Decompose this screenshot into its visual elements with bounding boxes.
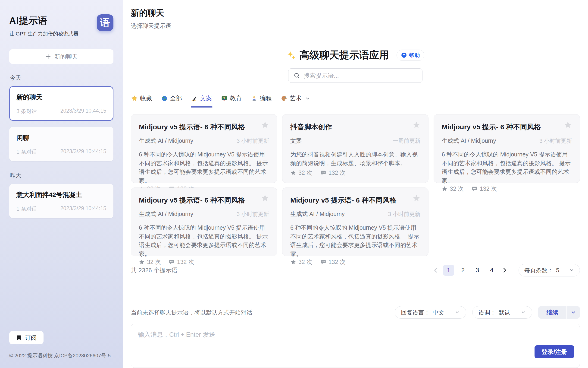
card-top-row: Midjoury v5 提示语- 6 种不同风格 bbox=[139, 121, 269, 132]
globe-icon bbox=[161, 95, 167, 101]
tab-label: 艺术 bbox=[290, 94, 302, 102]
chat-item-meta: 1 条对话2023/3/29 10:44:15 bbox=[17, 148, 106, 156]
chat-item-count: 3 条对话 bbox=[17, 108, 37, 115]
favorite-star-button[interactable] bbox=[412, 194, 420, 202]
card-title: Midjoury v5 提示- 6 种不同风格 bbox=[442, 122, 541, 132]
bookmark-star-icon bbox=[412, 194, 420, 202]
tab-编程[interactable]: 编程 bbox=[251, 94, 272, 107]
tab-收藏[interactable]: 收藏 bbox=[131, 94, 153, 107]
card-updated-time: 3 小时前更新 bbox=[237, 211, 269, 218]
comment-count-label: 132 次 bbox=[328, 169, 346, 177]
tab-label: 全部 bbox=[170, 94, 182, 102]
plus-icon bbox=[45, 54, 51, 60]
favorite-star-button[interactable] bbox=[564, 121, 572, 129]
list-footer: 共 2326 个提示语 1234 每页条数： 5 bbox=[131, 264, 580, 276]
card-category: 生成式 AI / Midjourny bbox=[139, 137, 193, 145]
prompt-card[interactable]: Midjoury v5 提示语- 6 种不同风格生成式 AI / Midjour… bbox=[131, 187, 277, 256]
bookmark-star-icon bbox=[261, 121, 269, 129]
stat-star-icon bbox=[290, 170, 296, 176]
favorite-star-button[interactable] bbox=[261, 121, 269, 129]
chat-history-item[interactable]: 新的聊天3 条对话2023/3/29 10:44:15 bbox=[9, 86, 114, 121]
hero-title: 高级聊天提示语应用 bbox=[299, 48, 389, 62]
chevron-right-icon bbox=[501, 267, 508, 274]
page-button-3[interactable]: 3 bbox=[472, 265, 483, 276]
coder-icon bbox=[251, 95, 257, 101]
tab-教育[interactable]: 教育 bbox=[221, 94, 242, 107]
prompt-card[interactable]: Midjoury v5 提示语- 6 种不同风格生成式 AI / Midjour… bbox=[131, 114, 277, 183]
sparkles-icon bbox=[287, 51, 296, 60]
teacher-icon bbox=[221, 95, 227, 101]
card-updated-time: 3 小时前更新 bbox=[237, 137, 269, 145]
chat-history: 今天新的聊天3 条对话2023/3/29 10:44:15闲聊1 条对话2023… bbox=[9, 64, 114, 224]
tab-label: 编程 bbox=[260, 94, 272, 102]
card-top-row: Midjoury v5 提示- 6 种不同风格 bbox=[442, 121, 572, 132]
page-button-2[interactable]: 2 bbox=[457, 265, 469, 276]
prompt-card-grid: Midjoury v5 提示语- 6 种不同风格生成式 AI / Midjour… bbox=[131, 114, 580, 256]
card-updated-time: 3 小时前更新 bbox=[539, 137, 572, 145]
bookmark-plus-icon bbox=[16, 335, 22, 340]
tab-文案[interactable]: 文案 bbox=[191, 94, 212, 107]
card-title: Midjoury v5 提示语- 6 种不同风格 bbox=[139, 196, 245, 205]
page-button-4[interactable]: 4 bbox=[486, 265, 497, 276]
search-input[interactable] bbox=[303, 72, 417, 80]
chevron-down-icon bbox=[521, 310, 526, 315]
tab-label: 教育 bbox=[230, 94, 242, 102]
continue-options-button[interactable] bbox=[566, 306, 580, 319]
reply-language-select[interactable]: 回复语言： 中文 bbox=[395, 306, 466, 319]
prompt-card[interactable]: Midjoury v5 提示语- 6 种不同风格生成式 AI / Midjour… bbox=[282, 187, 429, 256]
help-button[interactable]: ? 帮助 bbox=[396, 50, 424, 61]
page-size-select[interactable]: 每页条数： 5 bbox=[518, 264, 580, 276]
logo-glyph: 语 bbox=[100, 16, 110, 29]
favorite-star-button[interactable] bbox=[261, 194, 269, 202]
copyright: © 2022 提示语科技 京ICP备2023026607号-5 bbox=[9, 352, 114, 359]
card-top-row: Midjoury v5 提示语- 6 种不同风格 bbox=[139, 194, 269, 205]
new-chat-button[interactable]: 新的聊天 bbox=[9, 49, 114, 64]
card-meta-row: 文案一周前更新 bbox=[290, 137, 420, 145]
card-title: Midjoury v5 提示语- 6 种不同风格 bbox=[290, 196, 396, 205]
composer-bar: 当前未选择聊天提示语，将以默认方式开始对话 回复语言： 中文 语调： 默认 继续 bbox=[131, 306, 580, 319]
card-description: 为您的抖音视频创建引人入胜的脚本创意。输入视频的简短说明，生成标题、场景和整个脚… bbox=[290, 150, 420, 167]
login-button[interactable]: 登录/注册 bbox=[535, 345, 574, 358]
continue-button-group: 继续 bbox=[538, 306, 580, 319]
new-chat-label: 新的聊天 bbox=[54, 53, 78, 61]
chat-history-item[interactable]: 闲聊1 条对话2023/3/29 10:44:15 bbox=[9, 127, 114, 161]
card-meta-row: 生成式 AI / Midjourny3 小时前更新 bbox=[442, 137, 572, 145]
page-button-1[interactable]: 1 bbox=[443, 265, 454, 276]
card-updated-time: 3 小时前更新 bbox=[388, 211, 420, 218]
chevron-left-icon bbox=[432, 267, 439, 274]
card-description: 6 种不同的令人惊叹的 Midjourney V5 提示语使用不同的艺术家和风格… bbox=[139, 223, 269, 258]
subscribe-label: 订阅 bbox=[25, 334, 36, 341]
app-subtitle: 让 GPT 生产力加倍的秘密武器 bbox=[9, 30, 79, 37]
subscribe-button[interactable]: 订阅 bbox=[9, 331, 44, 344]
question-circle-icon: ? bbox=[401, 52, 407, 58]
chat-history-item[interactable]: 意大利面拌42号混凝土1 条对话2023/3/29 10:44:15 bbox=[9, 184, 114, 218]
comment-icon bbox=[320, 170, 326, 176]
prompt-card[interactable]: 抖音脚本创作文案一周前更新为您的抖音视频创建引人入胜的脚本创意。输入视频的简短说… bbox=[282, 114, 429, 183]
reply-language-label: 回复语言： bbox=[401, 309, 430, 316]
page-size-value: 5 bbox=[556, 267, 559, 274]
chevron-down-icon bbox=[571, 310, 576, 315]
chat-item-count: 1 条对话 bbox=[17, 148, 37, 156]
prev-page-button[interactable] bbox=[431, 267, 440, 274]
message-input[interactable] bbox=[131, 324, 580, 368]
favorite-star-button[interactable] bbox=[412, 121, 420, 129]
tone-select[interactable]: 语调： 默认 bbox=[472, 306, 532, 319]
page-buttons: 1234 bbox=[443, 265, 497, 276]
svg-text:?: ? bbox=[403, 53, 405, 57]
history-section-label: 今天 bbox=[10, 74, 114, 82]
prompt-card[interactable]: Midjoury v5 提示- 6 种不同风格生成式 AI / Midjourn… bbox=[434, 114, 580, 183]
tab-全部[interactable]: 全部 bbox=[161, 94, 182, 107]
chevron-down-icon bbox=[455, 310, 460, 315]
prompt-notice: 当前未选择聊天提示语，将以默认方式开始对话 bbox=[131, 309, 252, 316]
message-input-box: 登录/注册 bbox=[131, 324, 580, 368]
page-subtitle: 选择聊天提示语 bbox=[131, 22, 580, 30]
next-page-button[interactable] bbox=[500, 267, 509, 274]
page-header: 新的聊天 选择聊天提示语 bbox=[131, 0, 580, 36]
chevron-down-icon bbox=[305, 96, 310, 101]
tab-艺术[interactable]: 艺术 bbox=[281, 94, 311, 107]
continue-button[interactable]: 继续 bbox=[538, 306, 566, 319]
star-count-label: 32 次 bbox=[298, 169, 312, 177]
chat-item-count: 1 条对话 bbox=[17, 205, 37, 212]
app-title: AI提示语 bbox=[9, 14, 79, 27]
page-title: 新的聊天 bbox=[131, 7, 580, 19]
